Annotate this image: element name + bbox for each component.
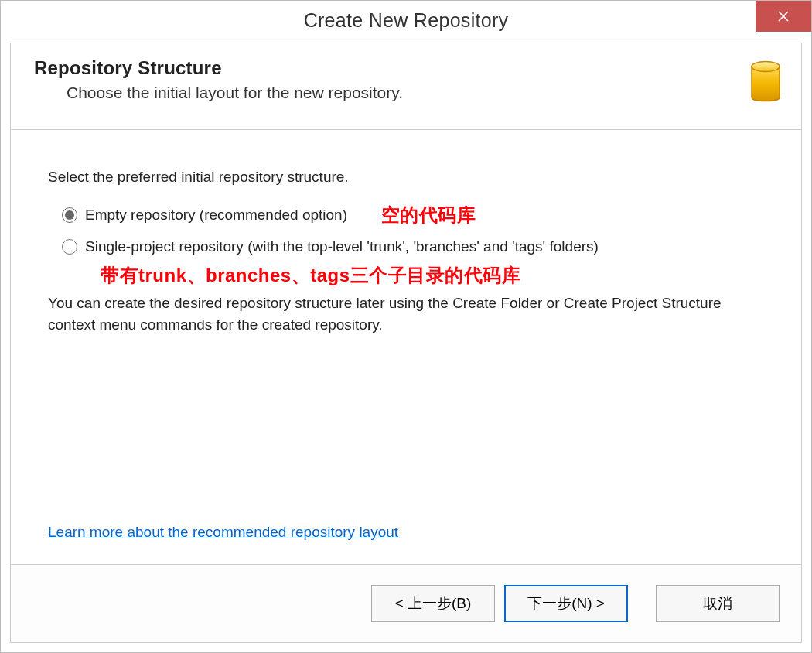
wizard-header: Repository Structure Choose the initial … [10, 43, 802, 130]
window-title: Create New Repository [304, 9, 509, 32]
back-button[interactable]: < 上一步(B) [371, 585, 495, 622]
wizard-body: Select the preferred initial repository … [10, 130, 802, 565]
cancel-button[interactable]: 取消 [656, 585, 780, 622]
annotation-single-project: 带有trunk、branches、tags三个子目录的代码库 [101, 263, 764, 288]
wizard-footer: < 上一步(B) 下一步(N) > 取消 [10, 565, 802, 643]
close-button[interactable] [756, 1, 811, 32]
wizard-header-text: Repository Structure Choose the initial … [34, 57, 403, 102]
structure-options: Empty repository (recommended option) 空的… [62, 203, 764, 288]
page-subtitle: Choose the initial layout for the new re… [67, 84, 403, 102]
hint-text: You can create the desired repository st… [48, 292, 759, 335]
learn-more-link[interactable]: Learn more about the recommended reposit… [48, 524, 398, 541]
dialog-window: Create New Repository Repository Structu… [0, 0, 812, 653]
database-icon [747, 57, 784, 111]
svg-point-2 [752, 62, 780, 72]
annotation-empty: 空的代码库 [381, 203, 476, 227]
page-heading: Repository Structure [34, 57, 403, 79]
option-single-project-repository[interactable]: Single-project repository (with the top-… [62, 238, 764, 255]
next-button[interactable]: 下一步(N) > [504, 585, 628, 622]
option-empty-label: Empty repository (recommended option) [85, 207, 347, 224]
titlebar: Create New Repository [1, 1, 811, 39]
intro-text: Select the preferred initial repository … [48, 169, 764, 186]
option-empty-repository[interactable]: Empty repository (recommended option) 空的… [62, 203, 764, 227]
radio-empty-repository[interactable] [62, 207, 77, 223]
close-icon [778, 8, 789, 26]
radio-single-project-repository[interactable] [62, 239, 77, 255]
option-single-label: Single-project repository (with the top-… [85, 238, 599, 255]
